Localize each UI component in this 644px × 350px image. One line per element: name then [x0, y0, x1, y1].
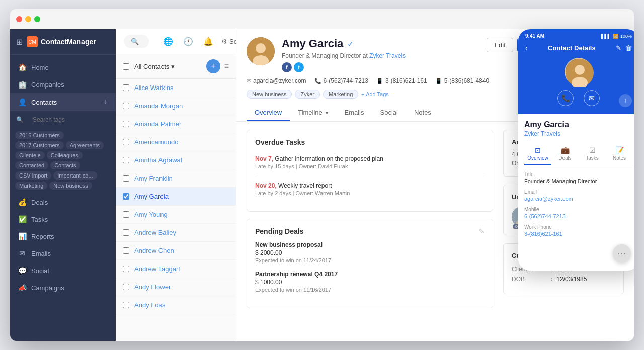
- edit-button[interactable]: Edit: [487, 38, 513, 52]
- contact-item-andy-flower[interactable]: Andy Flower: [116, 278, 236, 296]
- checkbox-alice[interactable]: [123, 84, 129, 91]
- contact-item-americamundo[interactable]: Americamundo: [116, 133, 236, 151]
- notes-tab-icon: 📝: [608, 146, 631, 154]
- tag-2016-customers[interactable]: 2016 Customers: [15, 131, 64, 139]
- phone-fab-button[interactable]: ⋯: [613, 244, 631, 262]
- tag-important[interactable]: Important co...: [53, 171, 97, 180]
- contact-item-andy-foss[interactable]: Andy Foss: [116, 296, 236, 314]
- sidebar-item-home[interactable]: 🏠 Home: [10, 59, 116, 76]
- deal-name-1: New business proposal: [255, 241, 485, 248]
- contact-item-andrew-taggart[interactable]: Andrew Taggart: [116, 260, 236, 278]
- email-info: ✉ agarcia@zyker.com: [247, 77, 306, 84]
- contact-item-andrew-chen[interactable]: Andrew Chen: [116, 242, 236, 260]
- phone-edit-icon[interactable]: ✎: [616, 44, 621, 52]
- deal-meta-2: Expected to win on 11/16/2017: [255, 287, 485, 293]
- phone-tabs: ⊡ Overview 💼 Deals ☑ Tasks 📝 Notes: [524, 143, 633, 165]
- sidebar-item-deals[interactable]: 💰 Deals: [10, 194, 116, 211]
- sidebar-item-contacts[interactable]: 👤 Contacts +: [10, 93, 116, 111]
- tab-emails[interactable]: Emails: [336, 105, 372, 121]
- contact-item-amanda-palmer[interactable]: Amanda Palmer: [116, 115, 236, 133]
- close-traffic-light[interactable]: [16, 16, 22, 22]
- tag-agreements[interactable]: Agreements: [66, 141, 104, 149]
- phone-back-icon[interactable]: ‹: [525, 44, 528, 52]
- tab-overview[interactable]: Overview: [247, 105, 290, 121]
- search-tags-input[interactable]: [33, 116, 104, 123]
- sidebar-item-social[interactable]: 💬 Social: [10, 262, 116, 279]
- tag-contacted[interactable]: Contacted: [15, 161, 48, 169]
- tab-social[interactable]: Social: [372, 105, 406, 121]
- phone3-info: 📱 5-(836)681-4840: [435, 77, 489, 84]
- phone-mobile-link[interactable]: 6-(562)744-7213: [524, 213, 633, 219]
- tag-2017-customers[interactable]: 2017 Customers: [15, 141, 64, 149]
- checkbox-amanda-palmer[interactable]: [123, 121, 129, 127]
- pending-deals-card: Pending Deals ✎ New business proposal $ …: [247, 219, 493, 308]
- checkbox-amritha[interactable]: [123, 157, 129, 163]
- detail-main: Overdue Tasks Nov 7, Gather information …: [247, 130, 493, 333]
- sidebar-item-companies[interactable]: 🏢 Companies: [10, 76, 116, 93]
- add-contact-button[interactable]: +: [206, 59, 220, 73]
- sidebar-item-campaigns[interactable]: 📣 Campaigns: [10, 279, 116, 296]
- contact-item-alice-watkins[interactable]: Alice Watkins: [116, 79, 236, 97]
- contact-info-main: Amy Garcia ✓ Founder & Managing Director…: [282, 37, 487, 72]
- contact-item-amanda-morgan[interactable]: Amanda Morgan: [116, 97, 236, 115]
- checkbox-andrew-chen[interactable]: [123, 247, 129, 254]
- checkbox-americamundo[interactable]: [123, 139, 129, 145]
- contact-item-andrew-bailey[interactable]: Andrew Bailey: [116, 224, 236, 242]
- tab-timeline[interactable]: Timeline ▾: [290, 105, 336, 121]
- contact-item-amritha[interactable]: Amritha Agrawal: [116, 151, 236, 169]
- phone-delete-icon[interactable]: 🗑: [625, 44, 632, 52]
- phone-call-icon[interactable]: 📞: [557, 90, 574, 106]
- checkbox-andy-foss[interactable]: [123, 302, 129, 308]
- contact-item-amy-franklin[interactable]: Amy Franklin: [116, 169, 236, 188]
- add-tag-button[interactable]: + Add Tags: [361, 91, 389, 97]
- checkbox-andrew-taggart[interactable]: [123, 266, 129, 272]
- checkbox-andrew-bailey[interactable]: [123, 229, 129, 236]
- contact-item-amy-garcia[interactable]: Amy Garcia: [116, 188, 236, 206]
- company-link[interactable]: Zyker Travels: [369, 52, 406, 59]
- phone-email-icon[interactable]: ✉: [584, 90, 600, 106]
- phone-workphone-link[interactable]: 3-(816)621-161: [524, 231, 633, 237]
- phone-field-mobile: Mobile 6-(562)744-7213: [524, 207, 633, 219]
- tab-notes[interactable]: Notes: [406, 105, 439, 121]
- notification-icon[interactable]: 🔔: [201, 35, 215, 48]
- pending-deals-edit-icon[interactable]: ✎: [478, 227, 485, 235]
- clock-icon[interactable]: 🕐: [181, 35, 195, 48]
- sidebar-item-reports[interactable]: 📊 Reports: [10, 228, 116, 245]
- phone-tab-overview[interactable]: ⊡ Overview: [524, 143, 551, 165]
- tag-new-business[interactable]: New business: [49, 182, 92, 190]
- deal-amount-2: $ 1000.00: [255, 279, 485, 286]
- tag-csv-import[interactable]: CSV import: [15, 171, 51, 180]
- grid-icon[interactable]: ⊞: [16, 37, 23, 47]
- minimize-traffic-light[interactable]: [25, 16, 31, 22]
- select-all-checkbox[interactable]: [123, 63, 129, 70]
- tag-marketing[interactable]: Marketing: [15, 182, 47, 190]
- twitter-icon[interactable]: t: [294, 62, 304, 72]
- tag-marketing-detail[interactable]: Marketing: [323, 90, 358, 99]
- checkbox-amy-franklin[interactable]: [123, 175, 129, 182]
- sidebar-item-emails[interactable]: ✉ Emails: [10, 245, 116, 262]
- checkbox-amy-garcia[interactable]: [123, 193, 129, 200]
- maximize-traffic-light[interactable]: [34, 16, 40, 22]
- tag-clientele[interactable]: Clientele: [15, 151, 45, 159]
- phone-tab-deals[interactable]: 💼 Deals: [551, 143, 579, 165]
- phone-header-icons: ✎ 🗑: [616, 44, 632, 52]
- tag-contacts[interactable]: Contacts: [50, 161, 80, 169]
- contacts-menu-icon[interactable]: ≡: [224, 62, 229, 71]
- sidebar-item-tasks[interactable]: ✅ Tasks: [10, 211, 116, 228]
- phone-tab-notes[interactable]: 📝 Notes: [606, 143, 633, 165]
- checkbox-amy-young[interactable]: [123, 211, 129, 218]
- phone-upload-icon[interactable]: ↑: [619, 94, 632, 107]
- tag-colleagues[interactable]: Colleagues: [47, 151, 83, 159]
- contact-item-amy-young[interactable]: Amy Young: [116, 206, 236, 224]
- verified-icon: ✓: [347, 39, 354, 49]
- checkbox-amanda-morgan[interactable]: [123, 103, 129, 109]
- contacts-add-icon[interactable]: +: [103, 98, 108, 107]
- phone-email-link[interactable]: agarcia@zyker.com: [524, 196, 633, 202]
- phone-tab-tasks[interactable]: ☑ Tasks: [579, 143, 606, 165]
- globe-icon[interactable]: 🌐: [161, 35, 175, 48]
- checkbox-andy-flower[interactable]: [123, 284, 129, 290]
- tag-zyker-detail[interactable]: Zyker: [295, 90, 320, 99]
- facebook-icon[interactable]: f: [282, 62, 292, 72]
- traffic-lights: [16, 16, 40, 22]
- tag-new-business-detail[interactable]: New business: [247, 90, 292, 99]
